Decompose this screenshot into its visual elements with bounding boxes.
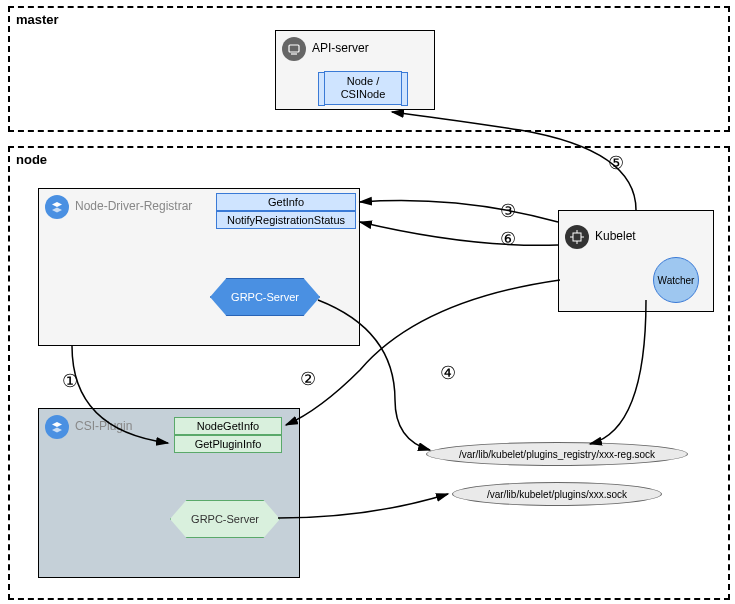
step-6: ⑥: [500, 228, 516, 250]
chip-icon: [565, 225, 589, 249]
step-5: ⑤: [608, 152, 624, 174]
step-3: ③: [500, 200, 516, 222]
step-4: ④: [440, 362, 456, 384]
svg-rect-0: [289, 45, 299, 52]
registrar-grpc-hex: GRPC-Server: [210, 278, 320, 316]
getinfo-box: GetInfo: [216, 193, 356, 211]
svg-marker-3: [52, 208, 62, 213]
csi-grpc-hex: GRPC-Server: [170, 500, 280, 538]
notify-label: NotifyRegistrationStatus: [227, 214, 345, 226]
plugin-sock-ellipse: /var/lib/kubelet/plugins/xxx.sock: [452, 482, 662, 506]
node-csinode-label: Node / CSINode: [325, 75, 401, 101]
kubelet-box: Kubelet Watcher: [558, 210, 714, 312]
reg-sock-ellipse: /var/lib/kubelet/plugins_registry/xxx-re…: [426, 442, 688, 466]
getplugininfo-label: GetPluginInfo: [195, 438, 262, 450]
api-server-box: API-server Node / CSINode: [275, 30, 435, 110]
nodegetinfo-label: NodeGetInfo: [197, 420, 259, 432]
svg-marker-5: [52, 428, 62, 433]
stack-icon: [45, 195, 69, 219]
plugin-sock-label: /var/lib/kubelet/plugins/xxx.sock: [487, 489, 627, 500]
step-1: ①: [62, 370, 78, 392]
notify-box: NotifyRegistrationStatus: [216, 211, 356, 229]
reg-sock-label: /var/lib/kubelet/plugins_registry/xxx-re…: [459, 449, 655, 460]
svg-marker-4: [52, 422, 62, 427]
getplugininfo-box: GetPluginInfo: [174, 435, 282, 453]
svg-marker-2: [52, 202, 62, 207]
kubelet-label: Kubelet: [595, 229, 636, 243]
nodegetinfo-box: NodeGetInfo: [174, 417, 282, 435]
api-server-label: API-server: [312, 41, 369, 55]
svg-rect-6: [573, 233, 581, 241]
csi-grpc-label: GRPC-Server: [191, 513, 259, 525]
stack-icon-2: [45, 415, 69, 439]
monitor-icon: [282, 37, 306, 61]
watcher-circle: Watcher: [653, 257, 699, 303]
registrar-grpc-label: GRPC-Server: [231, 291, 299, 303]
getinfo-label: GetInfo: [268, 196, 304, 208]
registrar-label: Node-Driver-Registrar: [75, 199, 192, 213]
node-label: node: [16, 152, 47, 167]
csi-plugin-label: CSI-Plugin: [75, 419, 132, 433]
master-label: master: [16, 12, 59, 27]
watcher-label: Watcher: [658, 275, 695, 286]
node-csinode-box: Node / CSINode: [324, 71, 402, 105]
step-2: ②: [300, 368, 316, 390]
